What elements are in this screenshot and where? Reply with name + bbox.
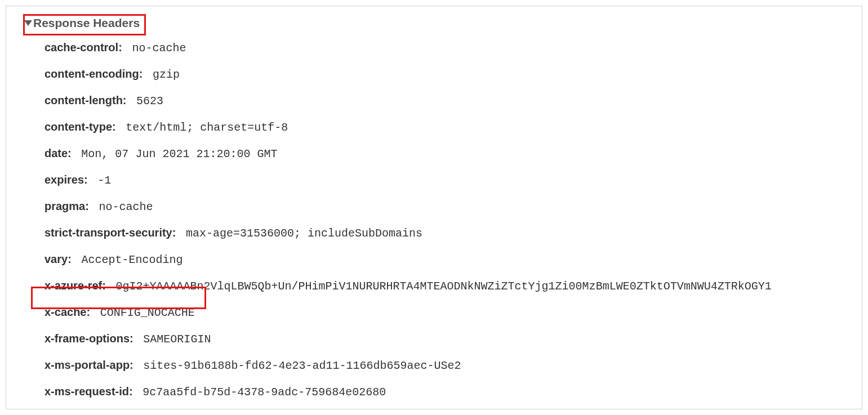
headers-list: cache-control: no-cache content-encoding… [44, 39, 851, 401]
header-value: 5623 [130, 95, 163, 108]
header-name: x-ms-portal-app: [44, 359, 133, 371]
header-row: x-ms-portal-app: sites-91b6188b-fd62-4e2… [44, 356, 851, 374]
header-name: vary: [44, 253, 72, 265]
header-value: Accept-Encoding [74, 253, 182, 266]
header-value: 0gI2+YAAAAABn2VlqLBW5Qb+Un/PHimPiV1NURUR… [109, 280, 771, 293]
header-value: sites-91b6188b-fd62-4e23-ad11-1166db659a… [136, 359, 461, 372]
header-value: Mon, 07 Jun 2021 21:20:00 GMT [74, 148, 277, 160]
section-header[interactable]: Response Headers [24, 16, 851, 30]
header-value: CONFIG_NOCACHE [94, 306, 195, 319]
header-row: x-ms-request-id: 9c7aa5fd-b75d-4378-9adc… [44, 383, 851, 401]
header-row: x-azure-ref: 0gI2+YAAAAABn2VlqLBW5Qb+Un/… [44, 277, 851, 295]
header-name: date: [44, 147, 72, 159]
header-name: pragma: [44, 200, 89, 212]
header-value: no-cache [92, 200, 153, 213]
header-name: x-ms-request-id: [44, 385, 133, 398]
header-row: expires: -1 [44, 171, 851, 189]
header-name: content-type: [44, 121, 116, 133]
response-headers-panel: Response Headers cache-control: no-cache… [6, 6, 862, 409]
header-row: content-type: text/html; charset=utf-8 [44, 118, 851, 136]
header-name: x-cache: [44, 306, 90, 318]
header-value: -1 [91, 174, 111, 187]
header-name: x-azure-ref: [44, 279, 106, 292]
header-row: x-frame-options: SAMEORIGIN [44, 330, 851, 348]
header-row: content-encoding: gzip [44, 65, 851, 83]
header-name: cache-control: [44, 41, 122, 53]
header-row: date: Mon, 07 Jun 2021 21:20:00 GMT [44, 145, 851, 163]
header-row: strict-transport-security: max-age=31536… [44, 224, 851, 242]
header-value: gzip [146, 68, 180, 81]
disclosure-triangle-icon [24, 20, 32, 26]
header-value: 9c7aa5fd-b75d-4378-9adc-759684e02680 [136, 386, 386, 399]
header-row: x-cache: CONFIG_NOCACHE [44, 304, 851, 322]
header-value: text/html; charset=utf-8 [119, 121, 288, 134]
header-name: x-frame-options: [44, 332, 133, 345]
header-value: SAMEORIGIN [136, 333, 211, 346]
header-name: content-encoding: [44, 68, 143, 80]
header-row: vary: Accept-Encoding [44, 251, 851, 269]
header-name: content-length: [44, 94, 127, 106]
header-value: no-cache [125, 42, 186, 55]
header-name: expires: [44, 173, 88, 186]
section-title: Response Headers [33, 16, 140, 30]
header-row: cache-control: no-cache [44, 39, 851, 57]
header-name: strict-transport-security: [44, 226, 176, 239]
header-value: max-age=31536000; includeSubDomains [179, 227, 422, 240]
header-row: content-length: 5623 [44, 92, 851, 110]
header-row: pragma: no-cache [44, 198, 851, 216]
